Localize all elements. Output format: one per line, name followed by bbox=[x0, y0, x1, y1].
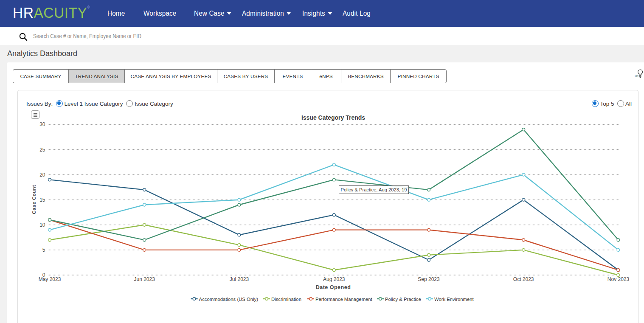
svg-text:Jul 2023: Jul 2023 bbox=[230, 276, 249, 282]
svg-text:20: 20 bbox=[39, 172, 45, 178]
svg-text:Nov 2023: Nov 2023 bbox=[607, 276, 630, 282]
svg-text:Aug 2023: Aug 2023 bbox=[323, 276, 345, 282]
svg-text:Sep 2023: Sep 2023 bbox=[418, 276, 440, 282]
svg-text:May 2023: May 2023 bbox=[39, 276, 61, 282]
svg-text:Jun 2023: Jun 2023 bbox=[134, 276, 155, 282]
svg-text:Performance Management: Performance Management bbox=[315, 297, 373, 302]
svg-text:Oct 2023: Oct 2023 bbox=[513, 276, 534, 282]
svg-text:Work Environment: Work Environment bbox=[434, 297, 474, 302]
svg-text:Accommodations (US Only): Accommodations (US Only) bbox=[199, 297, 259, 302]
svg-text:HR: HR bbox=[635, 75, 639, 77]
svg-text:Case Count: Case Count bbox=[31, 185, 37, 214]
svg-text:5: 5 bbox=[42, 247, 45, 253]
svg-text:30: 30 bbox=[39, 121, 45, 127]
svg-text:15: 15 bbox=[39, 197, 45, 203]
svg-text:Issue Category Trends: Issue Category Trends bbox=[301, 114, 365, 121]
svg-text:Date Opened: Date Opened bbox=[316, 284, 351, 290]
svg-text:Policy & Practice: Policy & Practice bbox=[385, 297, 421, 302]
svg-text:25: 25 bbox=[39, 147, 45, 153]
svg-text:10: 10 bbox=[39, 222, 45, 228]
svg-text:Discrimination: Discrimination bbox=[271, 297, 301, 302]
